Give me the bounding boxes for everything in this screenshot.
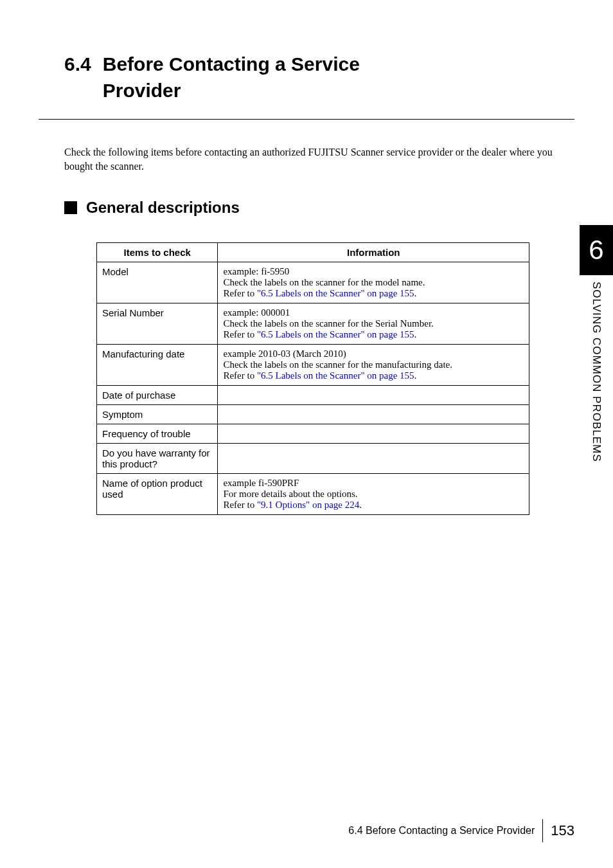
row-info: example: fi-5950 Check the labels on the… (218, 262, 529, 303)
cross-ref-link[interactable]: "6.5 Labels on the Scanner" on page 155 (257, 288, 414, 298)
row-label: Name of option product used (97, 473, 218, 514)
cross-ref-link[interactable]: "6.5 Labels on the Scanner" on page 155 (257, 329, 414, 339)
table-header-info: Information (218, 242, 529, 262)
side-tab: 6 SOLVING COMMON PROBLEMS (580, 225, 613, 462)
row-label: Serial Number (97, 303, 218, 344)
table-container: Items to check Information Model example… (96, 242, 529, 515)
info-prefix: Refer to (223, 500, 256, 510)
page-number: 153 (551, 822, 574, 839)
table-row: Model example: fi-5950 Check the labels … (97, 262, 529, 303)
info-line1: example fi-590PRF (223, 478, 299, 488)
info-line1: example: fi-5950 (223, 266, 289, 276)
info-suffix: . (414, 288, 417, 298)
table-row: Symptom (97, 404, 529, 424)
row-info: example fi-590PRF For more details about… (218, 473, 529, 514)
info-suffix: . (359, 500, 362, 510)
footer-text: 6.4 Before Contacting a Service Provider (348, 825, 535, 836)
row-info-empty (218, 385, 529, 404)
table-header-items: Items to check (97, 242, 218, 262)
row-info-empty (218, 424, 529, 443)
table-header-row: Items to check Information (97, 242, 529, 262)
info-prefix: Refer to (223, 288, 256, 298)
info-prefix: Refer to (223, 329, 256, 339)
checklist-table: Items to check Information Model example… (96, 242, 529, 515)
sub-heading: General descriptions (64, 199, 574, 217)
chapter-number-tab: 6 (580, 225, 613, 275)
section-number: 6.4 (64, 51, 91, 78)
info-line1: example: 000001 (223, 307, 290, 318)
info-line2: Check the labels on the scanner for the … (223, 359, 452, 370)
info-suffix: . (414, 329, 417, 339)
table-row: Manufacturing date example 2010-03 (Marc… (97, 344, 529, 385)
info-prefix: Refer to (223, 370, 256, 381)
info-line2: Check the labels on the scanner for the … (223, 277, 425, 287)
info-suffix: . (414, 370, 417, 381)
sub-heading-text: General descriptions (86, 199, 240, 217)
section-title-line1: Before Contacting a Service (103, 53, 360, 75)
table-row: Serial Number example: 000001 Check the … (97, 303, 529, 344)
row-label: Symptom (97, 404, 218, 424)
table-row: Frequency of trouble (97, 424, 529, 443)
cross-ref-link[interactable]: "6.5 Labels on the Scanner" on page 155 (257, 370, 414, 381)
table-row: Name of option product used example fi-5… (97, 473, 529, 514)
intro-text: Check the following items before contact… (64, 145, 574, 174)
table-row: Date of purchase (97, 385, 529, 404)
row-label: Manufacturing date (97, 344, 218, 385)
row-label: Model (97, 262, 218, 303)
row-info-empty (218, 443, 529, 473)
row-info: example: 000001 Check the labels on the … (218, 303, 529, 344)
row-info-empty (218, 404, 529, 424)
cross-ref-link[interactable]: "9.1 Options" on page 224 (257, 500, 359, 510)
info-line2: For more details about the options. (223, 489, 357, 499)
page-footer: 6.4 Before Contacting a Service Provider… (348, 819, 574, 842)
chapter-title-tab: SOLVING COMMON PROBLEMS (590, 282, 603, 462)
section-title-line2: Provider (103, 80, 181, 101)
row-label: Do you have warranty for this product? (97, 443, 218, 473)
row-label: Date of purchase (97, 385, 218, 404)
bullet-icon (64, 201, 77, 214)
info-line1: example 2010-03 (March 2010) (223, 348, 346, 359)
footer-divider (542, 819, 543, 842)
row-info: example 2010-03 (March 2010) Check the l… (218, 344, 529, 385)
row-label: Frequency of trouble (97, 424, 218, 443)
section-divider (39, 119, 574, 120)
section-title: 6.4Before Contacting a Service 6.4Provid… (64, 51, 574, 104)
info-line2: Check the labels on the scanner for the … (223, 318, 433, 329)
table-row: Do you have warranty for this product? (97, 443, 529, 473)
